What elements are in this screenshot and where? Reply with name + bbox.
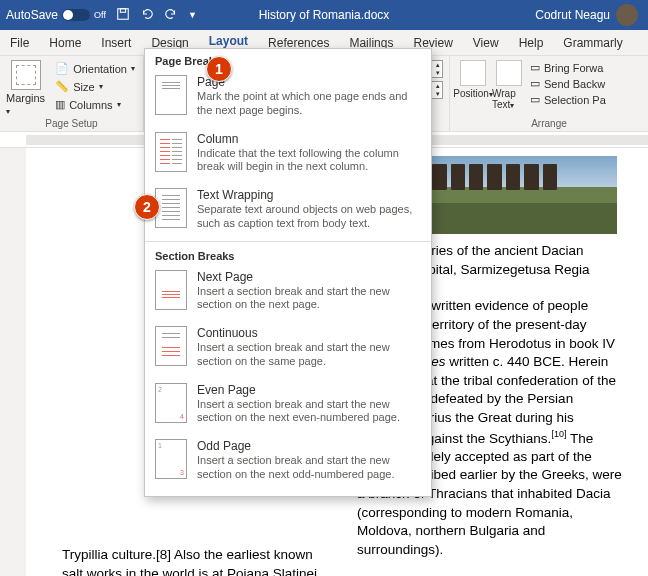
undo-icon[interactable] (140, 7, 154, 24)
svg-rect-1 (120, 8, 125, 12)
svg-rect-0 (118, 8, 129, 19)
page-break-icon (155, 75, 187, 115)
odd-page-break-icon (155, 439, 187, 479)
page-breaks-header: Page Breaks (145, 49, 431, 71)
break-column[interactable]: ColumnIndicate that the text following t… (145, 128, 431, 185)
column-break-icon (155, 132, 187, 172)
break-continuous[interactable]: ContinuousInsert a section break and sta… (145, 322, 431, 379)
orientation-button[interactable]: 📄 Orientation ▾ (51, 60, 139, 77)
tab-insert[interactable]: Insert (91, 32, 141, 55)
position-button[interactable]: Position▾ (456, 60, 490, 110)
autosave-toggle[interactable]: AutoSave Off (0, 8, 106, 22)
break-odd-page[interactable]: Odd PageInsert a section break and start… (145, 435, 431, 492)
breaks-dropdown: Page Breaks PageMark the point at which … (144, 48, 432, 497)
toggle-off-icon (62, 9, 90, 21)
even-page-break-icon (155, 383, 187, 423)
send-backward-button[interactable]: ▭ Send Backw (528, 76, 608, 91)
tab-home[interactable]: Home (39, 32, 91, 55)
user-name: Codrut Neagu (535, 8, 610, 22)
selection-pane-button[interactable]: ▭ Selection Pa (528, 92, 608, 107)
tab-file[interactable]: File (0, 32, 39, 55)
tab-grammarly[interactable]: Grammarly (553, 32, 632, 55)
wrap-text-button[interactable]: Wrap Text▾ (492, 60, 526, 110)
break-even-page[interactable]: Even PageInsert a section break and star… (145, 379, 431, 436)
group-arrange: Arrange (456, 118, 642, 129)
continuous-break-icon (155, 326, 187, 366)
tab-view[interactable]: View (463, 32, 509, 55)
section-breaks-header: Section Breaks (145, 241, 431, 266)
document-title: History of Romania.docx (259, 8, 390, 22)
callout-2: 2 (134, 194, 160, 220)
save-icon[interactable] (116, 7, 130, 24)
position-icon (460, 60, 486, 86)
redo-icon[interactable] (164, 7, 178, 24)
size-button[interactable]: 📏 Size ▾ (51, 78, 139, 95)
wrap-text-icon (496, 60, 522, 86)
columns-button[interactable]: ▥ Columns ▾ (51, 96, 139, 113)
next-page-break-icon (155, 270, 187, 310)
break-page[interactable]: PageMark the point at which one page end… (145, 71, 431, 128)
break-text-wrapping[interactable]: Text WrappingSeparate text around object… (145, 184, 431, 241)
margins-icon (11, 60, 41, 90)
group-page-setup: Page Setup (6, 118, 137, 129)
break-next-page[interactable]: Next PageInsert a section break and star… (145, 266, 431, 323)
title-bar: AutoSave Off ▼ History of Romania.docx C… (0, 0, 648, 30)
tab-help[interactable]: Help (509, 32, 554, 55)
margins-button[interactable]: Margins ▾ (6, 60, 45, 116)
bring-forward-button[interactable]: ▭ Bring Forwa (528, 60, 608, 75)
avatar[interactable] (616, 4, 638, 26)
callout-1: 1 (206, 56, 232, 82)
